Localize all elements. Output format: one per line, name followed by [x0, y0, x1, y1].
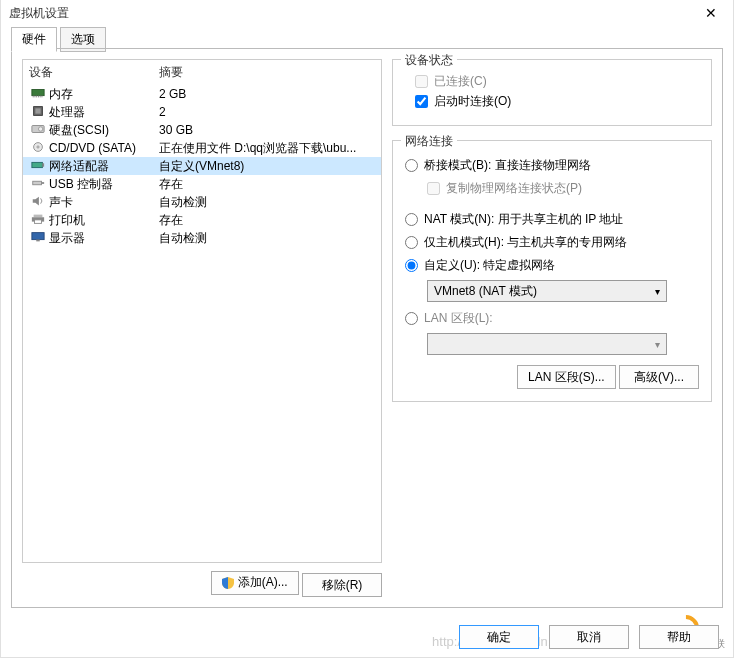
device-summary: 2 GB — [159, 87, 375, 101]
replicate-label: 复制物理网络连接状态(P) — [446, 180, 582, 197]
device-row-cpu[interactable]: 处理器 2 — [23, 103, 381, 121]
svg-point-10 — [38, 126, 42, 130]
device-name: 显示器 — [49, 230, 159, 247]
device-name: 打印机 — [49, 212, 159, 229]
sound-icon — [29, 195, 47, 210]
connected-label: 已连接(C) — [434, 73, 487, 90]
device-list-header: 设备 摘要 — [23, 60, 381, 85]
titlebar: 虚拟机设置 ✕ — [1, 0, 733, 26]
memory-icon — [29, 87, 47, 102]
replicate-row: 复制物理网络连接状态(P) — [427, 180, 699, 197]
device-row-printer[interactable]: 打印机 存在 — [23, 211, 381, 229]
network-adapter-icon — [29, 159, 47, 174]
device-status-group: 设备状态 已连接(C) 启动时连接(O) — [392, 59, 712, 126]
device-name: 网络适配器 — [49, 158, 159, 175]
custom-vmnet-dropdown[interactable]: VMnet8 (NAT 模式) ▾ — [427, 280, 667, 302]
device-name: 处理器 — [49, 104, 159, 121]
svg-rect-4 — [38, 95, 39, 97]
add-button[interactable]: 添加(A)... — [211, 571, 299, 595]
device-name: 硬盘(SCSI) — [49, 122, 159, 139]
connected-checkbox-row[interactable]: 已连接(C) — [415, 73, 699, 90]
svg-rect-15 — [33, 181, 42, 185]
left-button-row: 添加(A)... 移除(R) — [22, 571, 382, 598]
device-list: 设备 摘要 内存 2 GB 处理器 2 硬盘(SCSI) 30 GB CD/DV — [22, 59, 382, 563]
device-name: 声卡 — [49, 194, 159, 211]
device-summary: 自定义(VMnet8) — [159, 158, 375, 175]
device-summary: 2 — [159, 105, 375, 119]
svg-rect-2 — [35, 95, 36, 97]
lanseg-dropdown: ▾ — [427, 333, 667, 355]
device-row-memory[interactable]: 内存 2 GB — [23, 85, 381, 103]
connected-checkbox[interactable] — [415, 75, 428, 88]
device-name: 内存 — [49, 86, 159, 103]
device-row-network[interactable]: 网络适配器 自定义(VMnet8) — [23, 157, 381, 175]
device-name: CD/DVD (SATA) — [49, 141, 159, 155]
network-connection-title: 网络连接 — [401, 133, 457, 150]
device-row-cddvd[interactable]: CD/DVD (SATA) 正在使用文件 D:\qq浏览器下载\ubu... — [23, 139, 381, 157]
cancel-button[interactable]: 取消 — [549, 625, 629, 649]
cpu-icon — [29, 105, 47, 120]
header-summary: 摘要 — [159, 64, 375, 81]
usb-icon — [29, 177, 47, 192]
lanseg-radio[interactable] — [405, 312, 418, 325]
device-summary: 自动检测 — [159, 194, 375, 211]
chevron-down-icon: ▾ — [655, 339, 660, 350]
network-connection-group: 网络连接 桥接模式(B): 直接连接物理网络 复制物理网络连接状态(P) NAT… — [392, 140, 712, 402]
bridged-radio-row[interactable]: 桥接模式(B): 直接连接物理网络 — [405, 157, 699, 174]
hostonly-label: 仅主机模式(H): 与主机共享的专用网络 — [424, 234, 627, 251]
device-summary: 存在 — [159, 212, 375, 229]
svg-rect-5 — [40, 95, 41, 97]
bridged-label: 桥接模式(B): 直接连接物理网络 — [424, 157, 591, 174]
svg-point-12 — [37, 145, 39, 147]
svg-rect-0 — [32, 89, 44, 95]
device-row-usb[interactable]: USB 控制器 存在 — [23, 175, 381, 193]
svg-rect-8 — [35, 108, 40, 113]
cd-icon — [29, 141, 47, 156]
tab-hardware[interactable]: 硬件 — [11, 27, 57, 52]
nat-radio[interactable] — [405, 213, 418, 226]
replicate-checkbox — [427, 182, 440, 195]
close-icon[interactable]: ✕ — [697, 5, 725, 21]
device-row-disk[interactable]: 硬盘(SCSI) 30 GB — [23, 121, 381, 139]
custom-vmnet-value: VMnet8 (NAT 模式) — [434, 283, 537, 300]
window-title: 虚拟机设置 — [9, 5, 697, 22]
chevron-down-icon: ▾ — [655, 286, 660, 297]
svg-rect-18 — [34, 214, 43, 217]
connect-poweron-label: 启动时连接(O) — [434, 93, 511, 110]
svg-rect-14 — [42, 163, 44, 167]
svg-rect-1 — [33, 95, 34, 97]
connect-poweron-checkbox[interactable] — [415, 95, 428, 108]
ok-button[interactable]: 确定 — [459, 625, 539, 649]
device-row-sound[interactable]: 声卡 自动检测 — [23, 193, 381, 211]
hostonly-radio[interactable] — [405, 236, 418, 249]
svg-marker-17 — [33, 196, 39, 205]
svg-rect-3 — [36, 95, 37, 97]
shield-icon — [222, 577, 234, 589]
nat-label: NAT 模式(N): 用于共享主机的 IP 地址 — [424, 211, 623, 228]
device-row-display[interactable]: 显示器 自动检测 — [23, 229, 381, 247]
svg-rect-6 — [42, 95, 43, 97]
content-area: 设备 摘要 内存 2 GB 处理器 2 硬盘(SCSI) 30 GB CD/DV — [11, 48, 723, 608]
svg-rect-20 — [35, 219, 42, 223]
custom-radio-row[interactable]: 自定义(U): 特定虚拟网络 — [405, 257, 699, 274]
advanced-button[interactable]: 高级(V)... — [619, 365, 699, 389]
hostonly-radio-row[interactable]: 仅主机模式(H): 与主机共享的专用网络 — [405, 234, 699, 251]
remove-button[interactable]: 移除(R) — [302, 573, 382, 597]
help-button[interactable]: 帮助 — [639, 625, 719, 649]
custom-radio[interactable] — [405, 259, 418, 272]
device-summary: 30 GB — [159, 123, 375, 137]
header-device: 设备 — [29, 64, 159, 81]
tab-strip: 硬件 选项 — [11, 26, 723, 48]
device-status-title: 设备状态 — [401, 52, 457, 69]
svg-rect-22 — [36, 239, 40, 241]
bridged-radio[interactable] — [405, 159, 418, 172]
lan-segments-button[interactable]: LAN 区段(S)... — [517, 365, 616, 389]
nat-radio-row[interactable]: NAT 模式(N): 用于共享主机的 IP 地址 — [405, 211, 699, 228]
connect-poweron-row[interactable]: 启动时连接(O) — [415, 93, 699, 110]
lanseg-label: LAN 区段(L): — [424, 310, 493, 327]
lanseg-radio-row[interactable]: LAN 区段(L): — [405, 310, 699, 327]
svg-rect-21 — [32, 232, 44, 239]
device-summary: 正在使用文件 D:\qq浏览器下载\ubu... — [159, 140, 375, 157]
harddisk-icon — [29, 123, 47, 138]
device-summary: 自动检测 — [159, 230, 375, 247]
